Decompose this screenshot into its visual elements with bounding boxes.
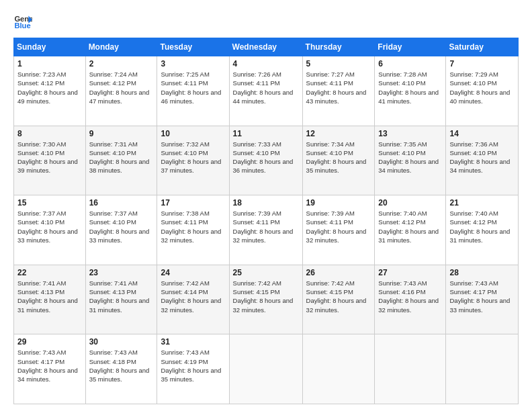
weekday-header-saturday: Saturday xyxy=(446,38,519,56)
day-info: Sunrise: 7:43 AMSunset: 4:16 PMDaylight:… xyxy=(378,279,442,314)
day-info: Sunrise: 7:41 AMSunset: 4:13 PMDaylight:… xyxy=(89,279,154,314)
calendar-cell: 1Sunrise: 7:23 AMSunset: 4:12 PMDaylight… xyxy=(14,56,86,126)
day-info: Sunrise: 7:43 AMSunset: 4:17 PMDaylight:… xyxy=(449,279,515,314)
day-number: 12 xyxy=(306,129,371,138)
day-number: 9 xyxy=(89,129,154,138)
day-info: Sunrise: 7:28 AMSunset: 4:10 PMDaylight:… xyxy=(378,70,442,105)
calendar-cell: 30Sunrise: 7:43 AMSunset: 4:18 PMDayligh… xyxy=(85,334,157,404)
day-number: 24 xyxy=(161,268,225,277)
day-info: Sunrise: 7:37 AMSunset: 4:10 PMDaylight:… xyxy=(17,209,82,244)
weekday-header-row: SundayMondayTuesdayWednesdayThursdayFrid… xyxy=(14,38,519,56)
day-number: 25 xyxy=(233,268,299,277)
day-info: Sunrise: 7:42 AMSunset: 4:15 PMDaylight:… xyxy=(306,279,371,314)
calendar-cell: 26Sunrise: 7:42 AMSunset: 4:15 PMDayligh… xyxy=(302,265,375,334)
calendar-cell: 17Sunrise: 7:38 AMSunset: 4:11 PMDayligh… xyxy=(157,195,229,265)
day-number: 10 xyxy=(161,129,225,138)
calendar-cell xyxy=(302,334,375,404)
day-info: Sunrise: 7:41 AMSunset: 4:13 PMDaylight:… xyxy=(17,279,82,314)
day-info: Sunrise: 7:36 AMSunset: 4:10 PMDaylight:… xyxy=(449,140,515,175)
day-info: Sunrise: 7:35 AMSunset: 4:10 PMDaylight:… xyxy=(378,140,442,175)
calendar-cell: 7Sunrise: 7:29 AMSunset: 4:10 PMDaylight… xyxy=(446,56,519,126)
day-number: 21 xyxy=(449,198,515,208)
day-info: Sunrise: 7:32 AMSunset: 4:10 PMDaylight:… xyxy=(161,140,225,175)
day-number: 17 xyxy=(161,198,225,208)
svg-text:Blue: Blue xyxy=(14,21,30,30)
day-info: Sunrise: 7:24 AMSunset: 4:12 PMDaylight:… xyxy=(89,70,154,105)
day-number: 14 xyxy=(449,129,515,138)
day-number: 31 xyxy=(161,337,225,347)
calendar-cell xyxy=(229,334,302,404)
logo-icon: General Blue xyxy=(13,12,32,31)
calendar-cell: 22Sunrise: 7:41 AMSunset: 4:13 PMDayligh… xyxy=(14,265,86,334)
weekday-header-monday: Monday xyxy=(85,38,157,56)
day-number: 11 xyxy=(233,129,299,138)
day-number: 30 xyxy=(89,337,154,347)
day-number: 28 xyxy=(449,268,515,277)
weekday-header-sunday: Sunday xyxy=(14,38,86,56)
calendar-cell: 11Sunrise: 7:33 AMSunset: 4:10 PMDayligh… xyxy=(229,126,302,195)
day-number: 15 xyxy=(17,198,82,208)
day-info: Sunrise: 7:40 AMSunset: 4:12 PMDaylight:… xyxy=(449,209,515,244)
day-info: Sunrise: 7:31 AMSunset: 4:10 PMDaylight:… xyxy=(89,140,154,175)
day-info: Sunrise: 7:30 AMSunset: 4:10 PMDaylight:… xyxy=(17,140,82,175)
calendar-cell: 15Sunrise: 7:37 AMSunset: 4:10 PMDayligh… xyxy=(14,195,86,265)
day-info: Sunrise: 7:37 AMSunset: 4:10 PMDaylight:… xyxy=(89,209,154,244)
calendar-cell: 16Sunrise: 7:37 AMSunset: 4:10 PMDayligh… xyxy=(85,195,157,265)
calendar-cell: 31Sunrise: 7:43 AMSunset: 4:19 PMDayligh… xyxy=(157,334,229,404)
day-number: 8 xyxy=(17,129,82,138)
day-info: Sunrise: 7:42 AMSunset: 4:14 PMDaylight:… xyxy=(161,279,225,314)
calendar-cell: 23Sunrise: 7:41 AMSunset: 4:13 PMDayligh… xyxy=(85,265,157,334)
calendar-cell: 10Sunrise: 7:32 AMSunset: 4:10 PMDayligh… xyxy=(157,126,229,195)
day-number: 7 xyxy=(449,59,515,68)
week-row-2: 8Sunrise: 7:30 AMSunset: 4:10 PMDaylight… xyxy=(14,126,519,195)
calendar-cell: 2Sunrise: 7:24 AMSunset: 4:12 PMDaylight… xyxy=(85,56,157,126)
day-info: Sunrise: 7:25 AMSunset: 4:11 PMDaylight:… xyxy=(161,70,225,105)
header: General Blue xyxy=(13,12,519,31)
day-info: Sunrise: 7:38 AMSunset: 4:11 PMDaylight:… xyxy=(161,209,225,244)
week-row-4: 22Sunrise: 7:41 AMSunset: 4:13 PMDayligh… xyxy=(14,265,519,334)
day-number: 13 xyxy=(378,129,442,138)
day-info: Sunrise: 7:27 AMSunset: 4:11 PMDaylight:… xyxy=(306,70,371,105)
calendar-cell: 12Sunrise: 7:34 AMSunset: 4:10 PMDayligh… xyxy=(302,126,375,195)
day-info: Sunrise: 7:23 AMSunset: 4:12 PMDaylight:… xyxy=(17,70,82,105)
calendar-cell: 13Sunrise: 7:35 AMSunset: 4:10 PMDayligh… xyxy=(375,126,446,195)
weekday-header-wednesday: Wednesday xyxy=(229,38,302,56)
day-info: Sunrise: 7:29 AMSunset: 4:10 PMDaylight:… xyxy=(449,70,515,105)
day-number: 26 xyxy=(306,268,371,277)
calendar-cell: 25Sunrise: 7:42 AMSunset: 4:15 PMDayligh… xyxy=(229,265,302,334)
calendar-cell: 9Sunrise: 7:31 AMSunset: 4:10 PMDaylight… xyxy=(85,126,157,195)
day-info: Sunrise: 7:34 AMSunset: 4:10 PMDaylight:… xyxy=(306,140,371,175)
day-info: Sunrise: 7:26 AMSunset: 4:11 PMDaylight:… xyxy=(233,70,299,105)
day-number: 2 xyxy=(89,59,154,68)
day-info: Sunrise: 7:42 AMSunset: 4:15 PMDaylight:… xyxy=(233,279,299,314)
day-number: 22 xyxy=(17,268,82,277)
calendar-cell: 18Sunrise: 7:39 AMSunset: 4:11 PMDayligh… xyxy=(229,195,302,265)
day-info: Sunrise: 7:43 AMSunset: 4:19 PMDaylight:… xyxy=(161,348,225,383)
day-number: 3 xyxy=(161,59,225,68)
day-info: Sunrise: 7:40 AMSunset: 4:12 PMDaylight:… xyxy=(378,209,442,244)
day-number: 16 xyxy=(89,198,154,208)
calendar-cell: 19Sunrise: 7:39 AMSunset: 4:11 PMDayligh… xyxy=(302,195,375,265)
calendar-cell: 27Sunrise: 7:43 AMSunset: 4:16 PMDayligh… xyxy=(375,265,446,334)
logo: General Blue xyxy=(13,12,35,31)
day-info: Sunrise: 7:39 AMSunset: 4:11 PMDaylight:… xyxy=(306,209,371,244)
day-info: Sunrise: 7:43 AMSunset: 4:18 PMDaylight:… xyxy=(89,348,154,383)
day-number: 27 xyxy=(378,268,442,277)
calendar-cell: 6Sunrise: 7:28 AMSunset: 4:10 PMDaylight… xyxy=(375,56,446,126)
day-info: Sunrise: 7:33 AMSunset: 4:10 PMDaylight:… xyxy=(233,140,299,175)
calendar-cell: 3Sunrise: 7:25 AMSunset: 4:11 PMDaylight… xyxy=(157,56,229,126)
calendar-cell: 21Sunrise: 7:40 AMSunset: 4:12 PMDayligh… xyxy=(446,195,519,265)
calendar-cell: 20Sunrise: 7:40 AMSunset: 4:12 PMDayligh… xyxy=(375,195,446,265)
day-number: 19 xyxy=(306,198,371,208)
day-number: 1 xyxy=(17,59,82,68)
calendar-cell: 24Sunrise: 7:42 AMSunset: 4:14 PMDayligh… xyxy=(157,265,229,334)
calendar-cell: 14Sunrise: 7:36 AMSunset: 4:10 PMDayligh… xyxy=(446,126,519,195)
calendar-cell xyxy=(446,334,519,404)
page: General Blue SundayMondayTuesdayWednesda… xyxy=(0,0,532,411)
calendar-cell: 29Sunrise: 7:43 AMSunset: 4:17 PMDayligh… xyxy=(14,334,86,404)
week-row-3: 15Sunrise: 7:37 AMSunset: 4:10 PMDayligh… xyxy=(14,195,519,265)
calendar-cell: 4Sunrise: 7:26 AMSunset: 4:11 PMDaylight… xyxy=(229,56,302,126)
day-info: Sunrise: 7:39 AMSunset: 4:11 PMDaylight:… xyxy=(233,209,299,244)
day-number: 6 xyxy=(378,59,442,68)
day-number: 29 xyxy=(17,337,82,347)
